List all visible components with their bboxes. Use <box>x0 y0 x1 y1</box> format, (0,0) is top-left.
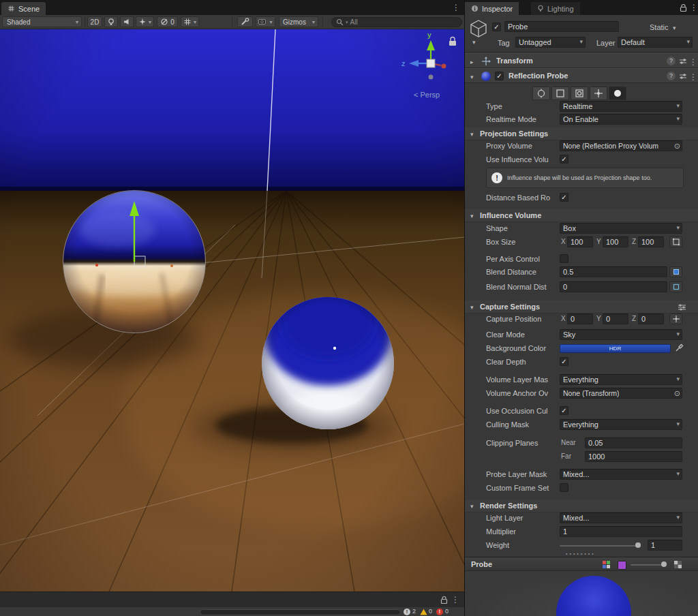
light-layer-dropdown[interactable]: Mixed...▾ <box>560 512 682 523</box>
component-menu-icon[interactable]: ⋮ <box>689 55 697 69</box>
rgb-channels-icon[interactable] <box>602 560 611 569</box>
blend-normal-edit-button[interactable] <box>669 281 682 292</box>
x-axis-dot[interactable] <box>442 64 446 69</box>
capture-position-x-field[interactable]: 0 <box>567 313 593 324</box>
static-label[interactable]: Static <box>650 22 669 33</box>
foldout-icon[interactable]: ▸ <box>470 58 474 66</box>
probe-edit-capture-position-button[interactable] <box>590 87 607 100</box>
status-message-field[interactable] <box>200 609 401 615</box>
blend-normal-distance-field[interactable]: 0 <box>560 281 667 292</box>
near-clip-field[interactable]: 0.05 <box>585 437 682 448</box>
camera-settings-button[interactable]: ▾ <box>256 16 275 27</box>
weight-slider-handle[interactable] <box>635 542 641 548</box>
preview-header[interactable]: Probe <box>465 557 698 571</box>
static-dropdown-arrow[interactable]: ▾ <box>673 24 676 32</box>
tab-lighting[interactable]: Lighting <box>531 2 580 15</box>
color-swatch-icon[interactable] <box>618 561 626 570</box>
capture-position-y-field[interactable]: 0 <box>603 313 628 324</box>
gizmos-dropdown[interactable]: Gizmos ▾ <box>279 16 318 27</box>
realtime-mode-dropdown[interactable]: On Enable▾ <box>560 114 682 125</box>
console-info-count[interactable]: 2 <box>412 608 416 615</box>
help-icon[interactable]: ? <box>667 72 676 80</box>
tab-scene[interactable]: Scene <box>1 2 46 15</box>
presets-icon[interactable] <box>679 57 687 65</box>
gizmo-center-cube[interactable] <box>427 59 435 67</box>
shape-dropdown[interactable]: Box▾ <box>560 223 682 234</box>
probe-edit-preview-button[interactable] <box>609 87 626 100</box>
preview-resize-handle[interactable]: •••••••• <box>566 552 596 556</box>
probe-edit-blend-button[interactable] <box>551 87 569 100</box>
type-dropdown[interactable]: Realtime▾ <box>560 101 682 112</box>
foldout-icon[interactable]: ▾ <box>470 212 474 220</box>
weight-slider[interactable] <box>560 545 641 546</box>
capture-settings-icon[interactable] <box>678 303 686 311</box>
tab-inspector[interactable]: Inspector <box>465 2 519 15</box>
proxy-volume-field[interactable]: None (Reflection Proxy Volum ⊙ <box>560 140 682 151</box>
scene-grid-toggle[interactable]: ▾ <box>181 16 199 27</box>
volume-anchor-override-field[interactable]: None (Transform) ⊙ <box>560 388 682 399</box>
foldout-icon[interactable]: ▾ <box>470 130 474 138</box>
capture-position-edit-button[interactable] <box>669 313 682 324</box>
probe-preview-area[interactable] <box>465 571 698 616</box>
use-influence-volume-checkbox[interactable]: ✓ <box>560 155 568 164</box>
blend-distance-field[interactable]: 0.5 <box>560 266 667 277</box>
section-capture-settings[interactable]: ▾ Capture Settings <box>465 301 698 313</box>
probe-edit-blend-normal-button[interactable] <box>571 87 588 100</box>
custom-frame-settings-checkbox[interactable] <box>560 483 568 492</box>
layer-dropdown[interactable]: Default▾ <box>618 37 693 48</box>
per-axis-control-checkbox[interactable] <box>560 254 568 263</box>
volume-layer-mask-dropdown[interactable]: Everything▾ <box>560 374 682 385</box>
scene-effects-toggle[interactable]: ▾ <box>136 16 154 27</box>
hidden-objects-toggle[interactable]: 0 <box>157 16 178 27</box>
presets-icon[interactable] <box>679 72 687 80</box>
box-size-y-field[interactable]: 100 <box>603 236 628 247</box>
shading-mode-dropdown[interactable]: Shaded ▾ <box>2 16 82 27</box>
tag-dropdown[interactable]: Untagged▾ <box>515 37 586 48</box>
section-influence-volume[interactable]: ▾ Influence Volume <box>465 209 698 222</box>
object-picker-icon[interactable]: ⊙ <box>674 388 680 398</box>
probe-edit-influence-button[interactable] <box>532 87 550 100</box>
box-size-z-field[interactable]: 100 <box>638 236 664 247</box>
persp-label[interactable]: < Persp <box>414 91 440 99</box>
multiplier-field[interactable]: 1 <box>560 526 682 537</box>
customize-tools-button[interactable] <box>237 16 253 27</box>
scene-viewport[interactable]: y z < Persp <box>0 29 464 591</box>
far-clip-field[interactable]: 1000 <box>585 451 682 462</box>
section-render-settings[interactable]: ▾ Render Settings <box>465 499 698 512</box>
gameobject-name-field[interactable]: Probe <box>504 21 619 32</box>
scene-lighting-toggle[interactable] <box>104 16 118 27</box>
gameobject-active-checkbox[interactable]: ✓ <box>492 22 501 31</box>
console-warning-icon[interactable] <box>420 609 427 615</box>
use-occlusion-culling-checkbox[interactable]: ✓ <box>560 406 568 415</box>
checker-icon[interactable] <box>673 560 682 569</box>
component-enabled-checkbox[interactable]: ✓ <box>495 72 504 80</box>
box-size-x-field[interactable]: 100 <box>567 236 593 247</box>
reflection-probe-component-header[interactable]: ▾ ✓ Reflection Probe ? ⋮ <box>465 68 698 83</box>
help-icon[interactable]: ? <box>667 57 676 65</box>
inspector-menu-icon[interactable]: ⋮ <box>690 1 698 14</box>
eyedropper-icon[interactable] <box>675 343 684 352</box>
lock-icon[interactable] <box>440 596 448 604</box>
console-warning-count[interactable]: 0 <box>429 608 432 615</box>
panel-menu-icon[interactable]: ⋮ <box>451 593 459 606</box>
console-error-icon[interactable]: ! <box>436 609 443 615</box>
section-projection-settings[interactable]: ▾ Projection Settings <box>465 127 698 140</box>
object-picker-icon[interactable]: ⊙ <box>674 141 680 151</box>
search-filter-arrow-icon[interactable]: ▾ <box>346 20 348 25</box>
distance-based-roughness-checkbox[interactable]: ✓ <box>560 193 568 202</box>
console-error-count[interactable]: 0 <box>445 608 449 615</box>
neg-y-axis-dot[interactable] <box>429 75 434 80</box>
capture-position-z-field[interactable]: 0 <box>638 313 664 324</box>
box-size-edit-button[interactable] <box>669 236 682 247</box>
foldout-icon[interactable]: ▾ <box>470 502 474 510</box>
scene-search-input[interactable]: ▾ All <box>331 17 462 27</box>
foldout-icon[interactable]: ▾ <box>470 73 474 81</box>
console-info-icon[interactable]: ! <box>404 609 410 615</box>
probe-layer-mask-dropdown[interactable]: Mixed...▾ <box>560 469 682 480</box>
background-color-swatch[interactable]: HDR <box>560 344 671 353</box>
icon-dropdown-arrow[interactable]: ▾ <box>472 38 476 46</box>
scene-menu-icon[interactable]: ⋮ <box>452 1 460 14</box>
clear-depth-checkbox[interactable]: ✓ <box>560 357 568 366</box>
inspector-lock-icon[interactable] <box>680 3 687 12</box>
weight-field[interactable]: 1 <box>648 540 682 551</box>
